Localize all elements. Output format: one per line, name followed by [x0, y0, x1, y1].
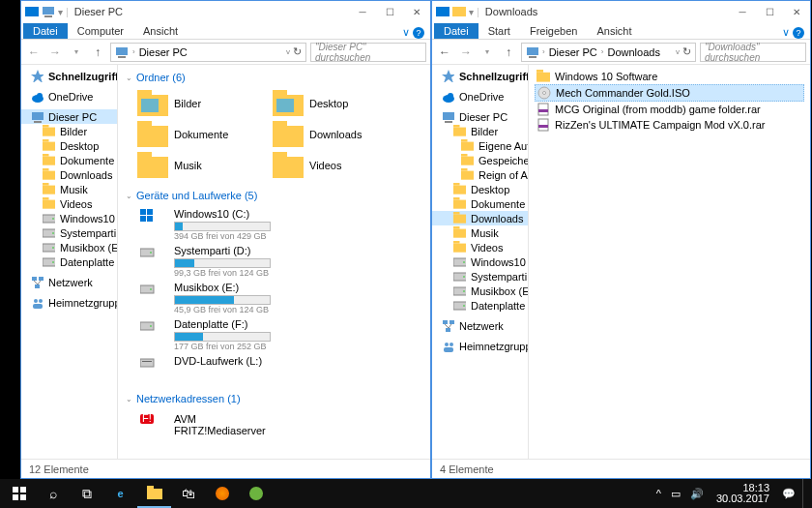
sidebar-item[interactable]: Downloads	[21, 167, 117, 182]
back-button[interactable]: ←	[25, 44, 43, 61]
folder-item[interactable]: Desktop	[271, 88, 406, 119]
sidebar-item[interactable]: Netzwerk	[432, 318, 528, 333]
search-button[interactable]: ⌕	[36, 479, 70, 508]
folder-item[interactable]: Downloads	[271, 119, 406, 150]
back-button[interactable]: ←	[436, 44, 453, 61]
file-row[interactable]: Windows 10 Software	[535, 69, 804, 84]
sidebar-item[interactable]: Dokumente	[432, 196, 528, 211]
drive-item[interactable]: DVD-Laufwerk (L:)	[135, 353, 290, 384]
section-header[interactable]: ⌄Ordner (6)	[118, 69, 430, 86]
sidebar-item[interactable]: Bilder	[21, 124, 117, 138]
network-icon[interactable]: ▭	[668, 488, 683, 500]
firefox-button[interactable]	[205, 479, 239, 508]
sidebar-item[interactable]: Desktop	[432, 182, 528, 196]
help-dropdown[interactable]: ∨ ?	[396, 26, 430, 39]
recent-dropdown[interactable]: ▾	[68, 44, 85, 61]
up-button[interactable]: ↑	[500, 44, 517, 61]
folder-item[interactable]: Musik	[135, 150, 271, 181]
sidebar-item[interactable]: Dieser PC	[21, 109, 117, 124]
sidebar-item[interactable]: Dieser PC	[432, 109, 528, 124]
sidebar-item[interactable]: Windows10 (C:)	[432, 254, 528, 269]
sidebar-item[interactable]: Datenplatte (F:)	[432, 298, 528, 313]
sidebar-item[interactable]: OneDrive	[432, 89, 528, 104]
sidebar-item[interactable]: Dokumente	[21, 153, 117, 167]
folder-item[interactable]: Bilder	[135, 88, 271, 119]
ribbon-tab[interactable]: Datei	[434, 23, 478, 39]
sidebar-item[interactable]: Videos	[432, 240, 528, 254]
titlebar[interactable]: ▾ | Downloads ─ ☐ ✕	[432, 1, 810, 22]
content-pane[interactable]: Windows 10 SoftwareMech Commander Gold.I…	[529, 65, 810, 459]
sidebar-item[interactable]: Schnellzugriff	[432, 69, 528, 83]
sidebar-item[interactable]: Musik	[432, 225, 528, 240]
drive-item[interactable]: Musikbox (E:)45,9 GB frei von 124 GB	[135, 280, 290, 316]
sidebar-item[interactable]: Reign of Augustus	[432, 167, 528, 182]
minimize-button[interactable]: ─	[729, 1, 756, 22]
sidebar-item[interactable]: Heimnetzgruppe	[432, 339, 528, 353]
help-dropdown[interactable]: ∨ ?	[776, 26, 810, 39]
recent-dropdown[interactable]: ▾	[478, 44, 496, 61]
sidebar-item[interactable]: Systemparti (D:)	[432, 269, 528, 284]
folder-item[interactable]: Dokumente	[135, 119, 271, 150]
file-row[interactable]: MCG Original (from moddb) game folder.ra…	[535, 102, 804, 117]
tray-chevron-icon[interactable]: ^	[653, 488, 664, 499]
show-desktop-button[interactable]	[802, 479, 808, 508]
breadcrumb-segment[interactable]: Dieser PC	[549, 46, 597, 58]
sidebar-item[interactable]: Heimnetzgruppe	[21, 295, 117, 310]
sidebar-item[interactable]: OneDrive	[21, 89, 117, 104]
sidebar-item[interactable]: Musikbox (E:)	[432, 284, 528, 298]
ribbon-tab[interactable]: Ansicht	[133, 23, 188, 39]
ribbon-tab[interactable]: Freigeben	[520, 23, 588, 39]
volume-icon[interactable]: 🔊	[687, 488, 707, 500]
app-button[interactable]	[239, 479, 273, 508]
sidebar-item[interactable]: Musik	[21, 182, 117, 196]
sidebar-item[interactable]: Musikbox (E:)	[21, 240, 117, 254]
forward-button[interactable]: →	[457, 44, 475, 61]
breadcrumb-segment[interactable]: Downloads	[607, 46, 659, 58]
folder-item[interactable]: Videos	[271, 150, 406, 181]
ribbon-tab[interactable]: Ansicht	[587, 23, 641, 39]
up-button[interactable]: ↑	[89, 44, 106, 61]
search-input[interactable]: "Dieser PC" durchsuchen	[310, 43, 426, 62]
task-view-button[interactable]: ⧉	[70, 479, 103, 508]
drive-item[interactable]: Datenplatte (F:)177 GB frei von 252 GB	[135, 316, 290, 353]
sidebar-item[interactable]: Eigene Aufnahm	[432, 138, 528, 153]
content-pane[interactable]: ⌄Ordner (6)BilderDesktopDokumenteDownloa…	[118, 65, 430, 459]
minimize-button[interactable]: ─	[349, 1, 376, 22]
sidebar-item[interactable]: Downloads	[432, 211, 528, 225]
ribbon-tab[interactable]: Start	[478, 23, 520, 39]
close-button[interactable]: ✕	[783, 1, 810, 22]
drive-item[interactable]: Systemparti (D:)99,3 GB frei von 124 GB	[135, 243, 290, 280]
store-button[interactable]: 🛍	[171, 479, 205, 508]
action-center-icon[interactable]: 💬	[779, 488, 798, 500]
sidebar-item[interactable]: Systemparti (D:)	[21, 225, 117, 240]
file-row[interactable]: RizZen's ULTIMATE Campaign Mod vX.0.rar	[535, 117, 804, 133]
network-item[interactable]: F!AVM FRITZ!Mediaserver	[135, 409, 271, 440]
section-header[interactable]: ⌄Geräte und Laufwerke (5)	[118, 187, 430, 204]
maximize-button[interactable]: ☐	[756, 1, 783, 22]
sidebar-item[interactable]: Desktop	[21, 138, 117, 153]
sidebar-item[interactable]: Schnellzugriff	[21, 69, 117, 83]
clock[interactable]: 18:1330.03.2017	[710, 483, 775, 504]
maximize-button[interactable]: ☐	[376, 1, 403, 22]
drive-item[interactable]: Windows10 (C:)394 GB frei von 429 GB	[135, 206, 290, 243]
forward-button[interactable]: →	[46, 44, 64, 61]
sidebar-item[interactable]: Gespeicherte Bilde	[432, 153, 528, 167]
edge-button[interactable]: e	[103, 479, 137, 508]
ribbon-tab[interactable]: Datei	[23, 23, 68, 39]
sidebar-item[interactable]: Bilder	[432, 124, 528, 138]
start-button[interactable]	[2, 479, 36, 508]
titlebar[interactable]: ▾ | Dieser PC ─ ☐ ✕	[21, 1, 430, 22]
search-input[interactable]: "Downloads" durchsuchen	[700, 43, 806, 62]
sidebar-item[interactable]: Datenplatte (F:)	[21, 254, 117, 269]
file-row[interactable]: Mech Commander Gold.ISO	[535, 84, 804, 102]
address-bar[interactable]: › Dieser PC v↻	[110, 43, 306, 62]
ribbon-tab[interactable]: Computer	[68, 23, 133, 39]
section-header[interactable]: ⌄Netzwerkadressen (1)	[118, 390, 430, 407]
sidebar-item[interactable]: Videos	[21, 196, 117, 211]
close-button[interactable]: ✕	[403, 1, 430, 22]
svg-point-112	[543, 92, 546, 95]
sidebar-item[interactable]: Netzwerk	[21, 275, 117, 289]
explorer-button[interactable]	[137, 479, 171, 508]
sidebar-item[interactable]: Windows10 (C:)	[21, 211, 117, 225]
address-bar[interactable]: ›Dieser PC›Downloadsv↻	[521, 43, 696, 62]
